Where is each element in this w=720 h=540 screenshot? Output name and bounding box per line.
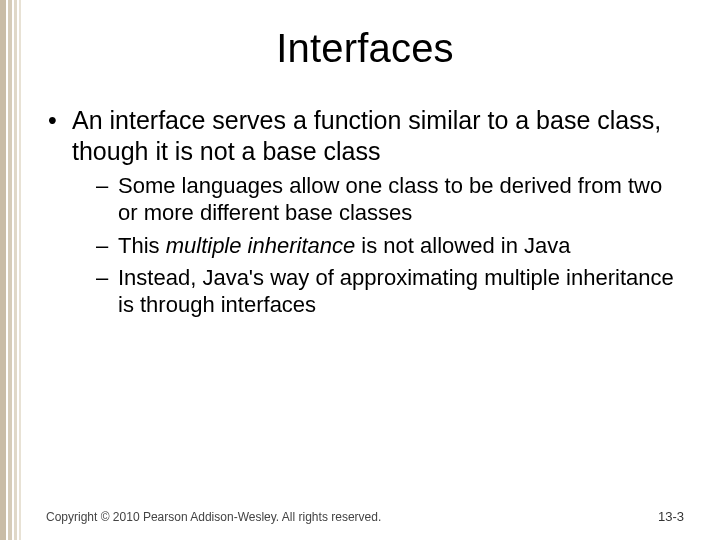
sub-bullet-text-after: is not allowed in Java [355,233,570,258]
page-number: 13-3 [658,509,684,524]
slide: Interfaces An interface serves a functio… [0,0,720,540]
sub-bullet: This multiple inheritance is not allowed… [96,232,684,259]
sub-bullet-list: Some languages allow one class to be der… [72,172,684,318]
bullet-main-text: An interface serves a function similar t… [72,106,661,165]
footer: Copyright © 2010 Pearson Addison-Wesley.… [46,509,684,524]
sub-bullet-text-em: multiple inheritance [166,233,356,258]
sub-bullet: Instead, Java's way of approximating mul… [96,264,684,319]
sub-bullet-text: Some languages allow one class to be der… [118,173,662,225]
sub-bullet-text-before: This [118,233,166,258]
bullet-list: An interface serves a function similar t… [46,105,684,318]
slide-title: Interfaces [46,26,684,71]
bullet-main: An interface serves a function similar t… [46,105,684,318]
sub-bullet-text: Instead, Java's way of approximating mul… [118,265,674,317]
sub-bullet: Some languages allow one class to be der… [96,172,684,227]
copyright-text: Copyright © 2010 Pearson Addison-Wesley.… [46,510,381,524]
